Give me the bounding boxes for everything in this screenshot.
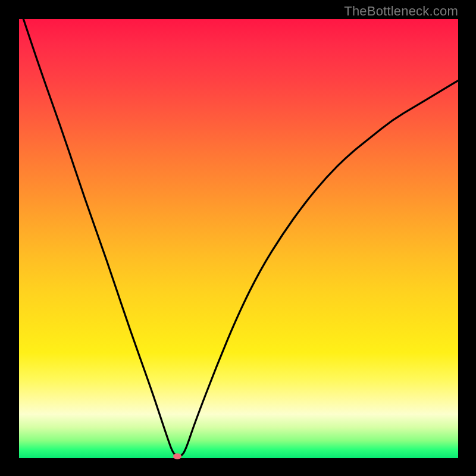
plot-area xyxy=(19,19,458,458)
watermark-text: TheBottleneck.com xyxy=(344,4,458,19)
curve-path xyxy=(23,19,458,456)
bottleneck-curve xyxy=(19,19,458,458)
optimum-marker xyxy=(173,453,181,459)
chart-frame: TheBottleneck.com xyxy=(0,0,476,476)
